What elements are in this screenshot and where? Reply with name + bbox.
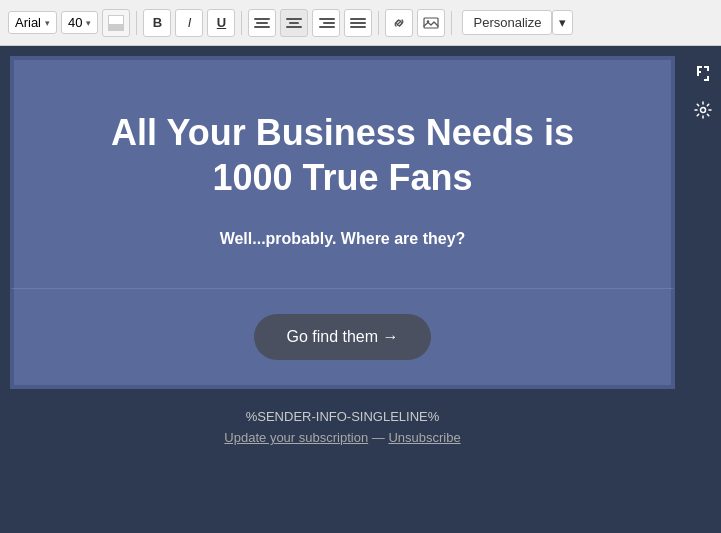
update-subscription-link[interactable]: Update your subscription: [224, 430, 368, 445]
font-family-label: Arial: [15, 15, 41, 30]
button-section: Go find them →: [10, 288, 675, 389]
image-button[interactable]: [417, 9, 445, 37]
justify-button[interactable]: [344, 9, 372, 37]
align-left-button[interactable]: [248, 9, 276, 37]
font-family-select[interactable]: Arial ▾: [8, 11, 57, 34]
footer: %SENDER-INFO-SINGLELINE% Update your sub…: [0, 389, 685, 465]
expand-icon: [694, 63, 712, 81]
cta-button[interactable]: Go find them →: [254, 314, 430, 360]
toolbar-divider-4: [451, 11, 452, 35]
toolbar-divider-2: [241, 11, 242, 35]
unsubscribe-link[interactable]: Unsubscribe: [388, 430, 460, 445]
hero-title: All Your Business Needs is 1000 True Fan…: [74, 110, 611, 200]
footer-links: Update your subscription — Unsubscribe: [20, 430, 665, 445]
link-icon: [391, 15, 407, 31]
font-size-chevron: ▾: [86, 18, 91, 28]
main-wrapper: All Your Business Needs is 1000 True Fan…: [0, 46, 721, 465]
align-right-button[interactable]: [312, 9, 340, 37]
align-center-button[interactable]: [280, 9, 308, 37]
svg-point-2: [701, 108, 706, 113]
settings-button[interactable]: [689, 96, 717, 124]
hero-subtitle: Well...probably. Where are they?: [74, 230, 611, 248]
font-size-select[interactable]: 40 ▾: [61, 11, 98, 34]
color-picker-button[interactable]: [102, 9, 130, 37]
editor-toolbar: Arial ▾ 40 ▾ B I U: [0, 0, 721, 46]
font-family-chevron: ▾: [45, 18, 50, 28]
right-sidebar: [685, 46, 721, 465]
personalize-button[interactable]: Personalize: [462, 10, 552, 35]
expand-button[interactable]: [689, 58, 717, 86]
settings-icon: [694, 101, 712, 119]
personalize-chevron: ▾: [559, 15, 566, 30]
hero-section: All Your Business Needs is 1000 True Fan…: [10, 56, 675, 288]
italic-button[interactable]: I: [175, 9, 203, 37]
personalize-dropdown-button[interactable]: ▾: [552, 10, 573, 35]
footer-separator: —: [368, 430, 388, 445]
bold-button[interactable]: B: [143, 9, 171, 37]
link-button[interactable]: [385, 9, 413, 37]
underline-button[interactable]: U: [207, 9, 235, 37]
toolbar-divider-1: [136, 11, 137, 35]
content-area: All Your Business Needs is 1000 True Fan…: [0, 46, 685, 465]
footer-sender: %SENDER-INFO-SINGLELINE%: [20, 409, 665, 424]
svg-rect-0: [424, 18, 438, 28]
image-icon: [423, 15, 439, 31]
toolbar-divider-3: [378, 11, 379, 35]
font-size-label: 40: [68, 15, 82, 30]
